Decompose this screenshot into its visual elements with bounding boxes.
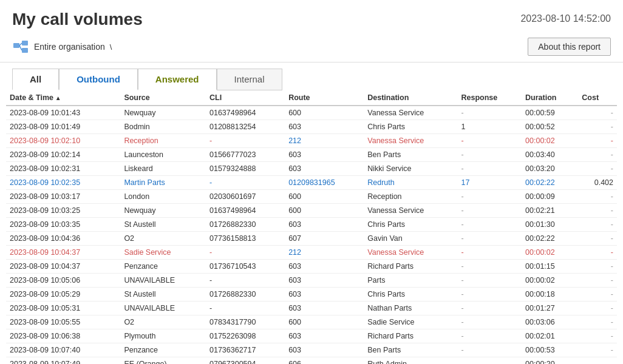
- cell-route: 600: [285, 315, 364, 329]
- table-row: 2023-08-09 10:03:25Newquay01637498964600…: [6, 204, 617, 218]
- cell-source: EE (Orange): [120, 357, 206, 365]
- cell-route: 600: [285, 204, 364, 218]
- cell-time: 10:04:36: [50, 234, 80, 243]
- cell-response: -: [458, 106, 522, 120]
- datetime-label: 2023-08-10 14:52:00: [520, 13, 611, 24]
- cell-cost: -: [578, 315, 617, 329]
- cell-route: 603: [285, 148, 364, 162]
- cell-route: 603: [285, 260, 364, 274]
- cell-time: 10:03:17: [50, 192, 80, 201]
- svg-rect-2: [22, 48, 28, 53]
- cell-date: 2023-08-09: [10, 290, 50, 298]
- tab-internal[interactable]: Internal: [217, 69, 282, 90]
- col-destination[interactable]: Destination: [364, 90, 457, 106]
- cell-time[interactable]: 10:02:10: [50, 136, 80, 145]
- cell-cost: -: [578, 162, 617, 176]
- cell-response: -: [458, 134, 522, 148]
- cell-time: 10:05:55: [50, 318, 80, 326]
- cell-date: 2023-08-09: [10, 276, 50, 285]
- tab-outbound[interactable]: Outbound: [59, 69, 138, 90]
- table-row: 2023-08-09 10:02:35Martin Parts-01209831…: [6, 176, 617, 190]
- cell-date[interactable]: 2023-08-09: [10, 178, 50, 187]
- cell-duration: 00:00:18: [522, 288, 578, 302]
- cell-response: -: [458, 357, 522, 365]
- cell-response: -: [458, 343, 522, 357]
- col-cost[interactable]: Cost: [578, 90, 617, 106]
- cell-cost: -: [578, 106, 617, 120]
- cell-source: O2: [120, 232, 206, 246]
- cell-source[interactable]: Martin Parts: [120, 176, 206, 190]
- about-report-button[interactable]: About this report: [528, 38, 611, 56]
- table-row: 2023-08-09 10:05:06UNAVAILABLE-603Parts-…: [6, 274, 617, 288]
- cell-cost: -: [578, 134, 617, 148]
- cell-time: 10:02:14: [50, 150, 80, 159]
- cell-destination: Ruth Admin: [364, 357, 457, 365]
- cell-cli[interactable]: -: [206, 176, 285, 190]
- cell-destination[interactable]: Vanessa Service: [364, 246, 457, 260]
- cell-time[interactable]: 10:04:37: [50, 248, 80, 257]
- cell-cli: 01752263098: [206, 329, 285, 343]
- cell-date: 2023-08-09: [10, 318, 50, 326]
- cell-destination: Ben Parts: [364, 343, 457, 357]
- cell-cli: -: [206, 274, 285, 288]
- tab-answered[interactable]: Answered: [138, 69, 217, 90]
- cell-response: -: [458, 204, 522, 218]
- cell-route[interactable]: 01209831965: [285, 176, 364, 190]
- table-row: 2023-08-09 10:03:35St Austell01726882330…: [6, 218, 617, 232]
- cell-destination: Parts: [364, 274, 457, 288]
- cell-cli: 07967300594: [206, 357, 285, 365]
- cell-source: Launceston: [120, 148, 206, 162]
- cell-cli: 01726882330: [206, 288, 285, 302]
- cell-destination: Sadie Service: [364, 315, 457, 329]
- cell-response: 1: [458, 120, 522, 134]
- cell-cli: 01637498964: [206, 204, 285, 218]
- cell-cost: -: [578, 218, 617, 232]
- cell-destination: Vanessa Service: [364, 204, 457, 218]
- col-cli[interactable]: CLI: [206, 90, 285, 106]
- cell-duration: 00:00:02: [522, 274, 578, 288]
- tab-all[interactable]: All: [12, 69, 59, 90]
- cell-duration: 00:00:20: [522, 357, 578, 365]
- cell-date: 2023-08-09: [10, 234, 50, 243]
- cell-route[interactable]: 212: [285, 134, 364, 148]
- cell-duration: 00:00:02: [522, 134, 578, 148]
- cell-response: -: [458, 218, 522, 232]
- cell-response: -: [458, 232, 522, 246]
- cell-date: 2023-08-09: [10, 206, 50, 215]
- cell-cli: 01726882330: [206, 218, 285, 232]
- col-route[interactable]: Route: [285, 90, 364, 106]
- cell-response: -: [458, 329, 522, 343]
- cell-destination[interactable]: Vanessa Service: [364, 134, 457, 148]
- col-source[interactable]: Source: [120, 90, 206, 106]
- col-response[interactable]: Response: [458, 90, 522, 106]
- table-row: 2023-08-09 10:04:36O207736158813607Gavin…: [6, 232, 617, 246]
- cell-destination: Chris Parts: [364, 120, 457, 134]
- cell-time[interactable]: 10:02:35: [50, 178, 80, 187]
- cell-destination: Redruth: [364, 176, 457, 190]
- table-row: 2023-08-09 10:04:37Sadie Service-212Vane…: [6, 246, 617, 260]
- cell-route: 603: [285, 120, 364, 134]
- cell-response: -: [458, 302, 522, 315]
- cell-source[interactable]: Reception: [120, 134, 206, 148]
- cell-cost: -: [578, 148, 617, 162]
- cell-response: -: [458, 274, 522, 288]
- cell-time: 10:05:06: [50, 276, 80, 285]
- cell-date: 2023-08-09: [10, 136, 50, 145]
- cell-route: 603: [285, 162, 364, 176]
- cell-route: 603: [285, 329, 364, 343]
- cell-date: 2023-08-09: [10, 150, 50, 159]
- cell-duration: 00:02:22: [522, 232, 578, 246]
- cell-cost: -: [578, 329, 617, 343]
- cell-cost: -: [578, 302, 617, 315]
- cell-route: 603: [285, 274, 364, 288]
- col-duration[interactable]: Duration: [522, 90, 578, 106]
- cell-source[interactable]: Sadie Service: [120, 246, 206, 260]
- col-datetime[interactable]: Date & Time: [6, 90, 120, 106]
- table-row: 2023-08-09 10:07:40Penzance0173636271760…: [6, 343, 617, 357]
- org-separator: \: [110, 42, 112, 52]
- cell-response: -: [458, 162, 522, 176]
- cell-duration: 00:00:09: [522, 190, 578, 204]
- table-header-row: Date & Time Source CLI Route Destination…: [6, 90, 617, 106]
- cell-destination: Reception: [364, 190, 457, 204]
- cell-route[interactable]: 212: [285, 246, 364, 260]
